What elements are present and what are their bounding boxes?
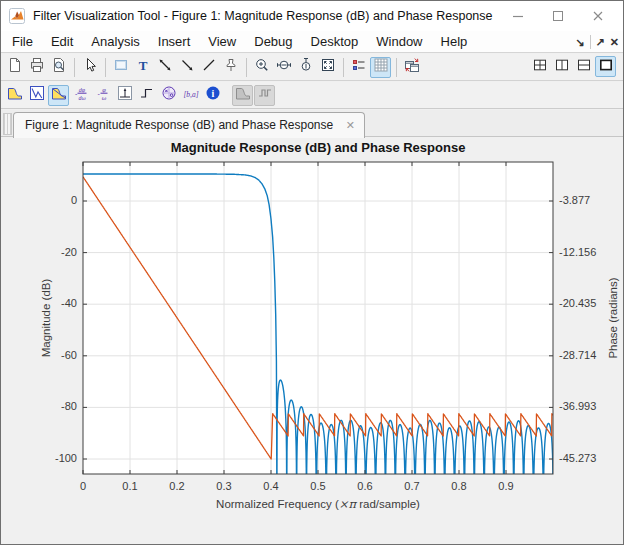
step-disabled-icon bbox=[257, 85, 273, 105]
rectangle-annotation-button[interactable] bbox=[110, 57, 131, 78]
filter-info-button[interactable]: i bbox=[202, 85, 223, 106]
x-tick-label: 0.9 bbox=[489, 480, 523, 492]
x-tick-label: 0.6 bbox=[348, 480, 382, 492]
phase-delay-icon: φω- bbox=[95, 85, 111, 105]
svg-text:dω: dω bbox=[78, 95, 85, 101]
layout-grid-icon bbox=[532, 57, 548, 77]
close-button[interactable] bbox=[590, 8, 606, 24]
zoom-y-button[interactable] bbox=[295, 57, 316, 78]
group-delay-button[interactable]: dφdω- bbox=[70, 85, 91, 106]
phase-delay-button[interactable]: φω- bbox=[92, 85, 113, 106]
impulse-response-icon bbox=[117, 85, 133, 105]
figure-area: Magnitude Response (dB) and Phase Respon… bbox=[1, 137, 623, 544]
filter-info-icon: i bbox=[205, 85, 221, 105]
rectangle-annotation-icon bbox=[113, 57, 129, 77]
x-axis-label: Normalized Frequency (×π rad/sample) bbox=[83, 497, 553, 511]
menu-analysis[interactable]: Analysis bbox=[82, 31, 148, 53]
separator bbox=[590, 35, 591, 49]
phase-response-button[interactable] bbox=[26, 85, 47, 106]
menu-insert[interactable]: Insert bbox=[149, 31, 200, 53]
y-tick-label-left: -20 bbox=[33, 246, 77, 258]
layout-single-button[interactable] bbox=[595, 56, 616, 77]
main-toolbar: T bbox=[1, 54, 623, 81]
double-arrow-annotation-icon bbox=[157, 57, 173, 77]
step-response-button[interactable] bbox=[136, 85, 157, 106]
x-tick-label: 0.3 bbox=[207, 480, 241, 492]
x-axis-label-text: rad/sample) bbox=[356, 498, 420, 510]
step-response-icon bbox=[139, 85, 155, 105]
y-tick-label-right: -28.714 bbox=[559, 349, 617, 361]
menu-edit[interactable]: Edit bbox=[42, 31, 82, 53]
y-tick-label-left: 0 bbox=[33, 194, 77, 206]
legend-toggle-button[interactable] bbox=[348, 57, 369, 78]
new-document-icon bbox=[7, 57, 23, 77]
toolbar-grip[interactable] bbox=[3, 113, 12, 135]
layout-columns-icon bbox=[554, 57, 570, 77]
figure-dock-controls: ↘↗✕ bbox=[575, 31, 619, 53]
y-tick-label-right: -45.273 bbox=[559, 452, 617, 464]
phase-response-icon bbox=[29, 85, 45, 105]
y-tick-label-left: -40 bbox=[33, 297, 77, 309]
new-document-button[interactable] bbox=[4, 57, 25, 78]
svg-text:T: T bbox=[138, 58, 147, 73]
pole-zero-icon bbox=[161, 85, 177, 105]
pin-annotation-button[interactable] bbox=[220, 57, 241, 78]
magnitude-response-icon bbox=[7, 85, 23, 105]
x-tick-label: 0.1 bbox=[113, 480, 147, 492]
grid-toggle-button[interactable] bbox=[370, 57, 391, 78]
maximize-button[interactable] bbox=[550, 8, 566, 24]
restore-view-button[interactable] bbox=[317, 57, 338, 78]
zoom-x-button[interactable] bbox=[273, 57, 294, 78]
magnitude-phase-response-button[interactable] bbox=[48, 85, 69, 106]
x-tick-label: 0.8 bbox=[442, 480, 476, 492]
filter-coefficients-button[interactable]: [b,a] bbox=[180, 85, 201, 106]
pole-zero-button[interactable] bbox=[158, 85, 179, 106]
pointer-button[interactable] bbox=[79, 57, 100, 78]
magnitude-disabled-icon bbox=[235, 85, 251, 105]
title-bar: Filter Visualization Tool - Figure 1: Ma… bbox=[1, 1, 623, 31]
text-annotation-button[interactable]: T bbox=[132, 57, 153, 78]
layout-grid-button[interactable] bbox=[529, 56, 550, 77]
zoom-in-button[interactable] bbox=[251, 57, 272, 78]
arrow-annotation-icon bbox=[179, 57, 195, 77]
close-figure-icon[interactable]: ✕ bbox=[610, 36, 619, 49]
tab-close-icon[interactable]: ✕ bbox=[346, 113, 355, 137]
impulse-response-button[interactable] bbox=[114, 85, 135, 106]
toolbar-separator bbox=[105, 58, 106, 77]
zoom-in-icon bbox=[254, 57, 270, 77]
x-axis-label-math: ×π bbox=[339, 497, 356, 511]
undock-figure-icon[interactable]: ↗ bbox=[596, 36, 605, 49]
line-annotation-button[interactable] bbox=[198, 57, 219, 78]
print-button[interactable] bbox=[26, 57, 47, 78]
x-tick-label: 0.2 bbox=[160, 480, 194, 492]
menu-help[interactable]: Help bbox=[432, 31, 477, 53]
minimize-button[interactable] bbox=[510, 8, 526, 24]
grid-toggle-icon bbox=[373, 57, 389, 77]
toolbar-separator bbox=[343, 58, 344, 77]
menu-file[interactable]: File bbox=[3, 31, 42, 53]
svg-text:ω: ω bbox=[101, 94, 106, 101]
arrow-annotation-button[interactable] bbox=[176, 57, 197, 78]
double-arrow-annotation-button[interactable] bbox=[154, 57, 175, 78]
tab-label: Figure 1: Magnitude Response (dB) and Ph… bbox=[25, 113, 333, 137]
menu-view[interactable]: View bbox=[199, 31, 245, 53]
layout-single-icon bbox=[598, 57, 614, 77]
tab-figure-1[interactable]: Figure 1: Magnitude Response (dB) and Ph… bbox=[13, 112, 365, 138]
pin-annotation-icon bbox=[223, 57, 239, 77]
x-axis-label-text: Normalized Frequency ( bbox=[216, 498, 339, 510]
layout-rows-button[interactable] bbox=[573, 56, 594, 77]
menu-window[interactable]: Window bbox=[367, 31, 431, 53]
layout-button-group bbox=[529, 56, 617, 77]
menu-debug[interactable]: Debug bbox=[245, 31, 301, 53]
chart-title: Magnitude Response (dB) and Phase Respon… bbox=[83, 140, 553, 155]
layout-columns-button[interactable] bbox=[551, 56, 572, 77]
print-to-figure-button[interactable] bbox=[401, 57, 422, 78]
y-tick-label-right: -36.993 bbox=[559, 400, 617, 412]
menu-bar: FileEditAnalysisInsertViewDebugDesktopWi… bbox=[1, 31, 623, 53]
menu-desktop[interactable]: Desktop bbox=[302, 31, 368, 53]
magnitude-response-button[interactable] bbox=[4, 85, 25, 106]
y-tick-label-right: -12.156 bbox=[559, 246, 617, 258]
print-preview-button[interactable] bbox=[48, 57, 69, 78]
step-disabled-button bbox=[254, 85, 275, 106]
dock-figure-icon[interactable]: ↘ bbox=[575, 36, 584, 49]
